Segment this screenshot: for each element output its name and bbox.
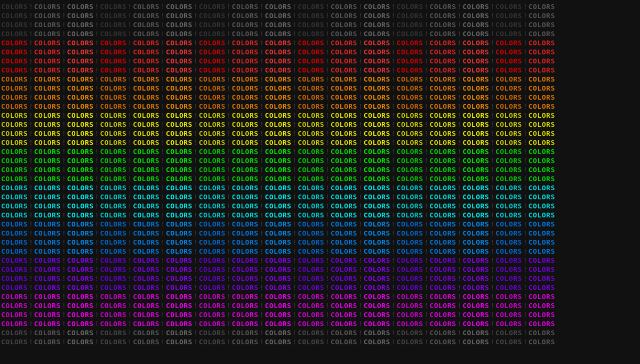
list-item: COLORS ! [495,147,529,156]
separator: ! [260,220,264,229]
text-row: COLORS ! COLORS ! COLORS ! COLORS ! COLO… [1,138,639,147]
separator: ! [127,47,132,56]
list-item: COLORS ! [100,147,133,156]
separator: ! [292,156,297,165]
separator: ! [227,319,231,328]
list-item: COLORS ! [232,274,265,283]
separator: ! [490,93,494,102]
list-item: COLORS ! [1,201,34,211]
separator: ! [325,238,330,247]
separator: ! [523,238,527,247]
separator: ! [29,274,33,283]
list-item: COLORS ! [298,229,331,238]
separator: ! [29,120,33,129]
separator: ! [358,66,363,75]
separator: ! [95,265,99,274]
separator: ! [425,38,429,47]
separator: ! [325,29,330,38]
separator: ! [29,20,33,29]
separator: ! [358,256,363,265]
separator: ! [62,11,66,20]
separator: ! [260,274,264,283]
separator: ! [325,292,330,301]
separator: ! [325,174,330,183]
list-item: COLORS ! [462,274,495,283]
list-item: COLORS ! [199,2,232,11]
separator: ! [391,156,396,165]
list-item: COLORS ! [397,165,430,174]
separator: ! [29,201,33,211]
list-item: COLORS ! [462,301,495,310]
separator: ! [62,292,66,301]
list-item: COLORS ! [265,2,298,11]
list-item: COLORS ! [397,238,430,247]
list-item: COLORS ! [331,265,364,274]
separator: ! [29,238,33,247]
separator: ! [292,220,297,229]
separator: ! [358,310,363,319]
separator: ! [425,66,429,75]
list-item: COLORS ! [199,47,232,56]
separator: ! [425,165,429,174]
list-item: COLORS ! [100,238,133,247]
list-item: COLORS ! [232,174,265,183]
separator: ! [227,192,231,201]
list-item: COLORS ! [34,102,67,111]
separator: ! [490,66,494,75]
list-item: COLORS ! [199,183,232,192]
separator: ! [523,301,527,310]
separator: ! [523,11,527,20]
separator: ! [29,2,33,11]
separator: ! [62,183,66,192]
list-item: COLORS ! [133,220,166,229]
separator: ! [391,120,396,129]
separator: ! [325,38,330,47]
list-item: COLORS ! [298,337,331,346]
separator: ! [523,211,527,220]
list-item: COLORS ! [298,47,331,56]
list-item: COLORS ! [429,174,462,183]
separator: ! [161,47,165,56]
separator: ! [161,310,165,319]
separator: ! [391,220,396,229]
list-item: COLORS ! [298,247,331,256]
list-item: COLORS ! [166,337,199,346]
list-item: COLORS ! [331,38,364,47]
list-item: COLORS ! [133,66,166,75]
separator: ! [523,93,527,102]
separator: ! [391,56,396,66]
list-item: COLORS [529,265,555,274]
list-item: COLORS [529,38,555,47]
separator: ! [325,301,330,310]
list-item: COLORS ! [298,156,331,165]
separator: ! [325,129,330,138]
separator: ! [260,56,264,66]
separator: ! [391,75,396,84]
separator: ! [292,274,297,283]
list-item: COLORS ! [364,301,397,310]
list-item: COLORS ! [265,174,298,183]
list-item: COLORS ! [232,138,265,147]
separator: ! [358,183,363,192]
list-item: COLORS ! [364,56,397,66]
separator: ! [391,201,396,211]
separator: ! [391,147,396,156]
list-item: COLORS ! [495,47,529,56]
separator: ! [62,93,66,102]
separator: ! [490,120,494,129]
separator: ! [490,156,494,165]
list-item: COLORS ! [166,102,199,111]
separator: ! [425,56,429,66]
list-item: COLORS ! [232,47,265,56]
separator: ! [127,165,132,174]
list-item: COLORS [529,220,555,229]
separator: ! [523,192,527,201]
text-row: COLORS ! COLORS ! COLORS ! COLORS ! COLO… [1,165,639,174]
separator: ! [62,174,66,183]
list-item: COLORS ! [133,247,166,256]
list-item: COLORS ! [331,93,364,102]
separator: ! [62,111,66,120]
list-item: COLORS ! [1,301,34,310]
separator: ! [358,247,363,256]
separator: ! [292,20,297,29]
